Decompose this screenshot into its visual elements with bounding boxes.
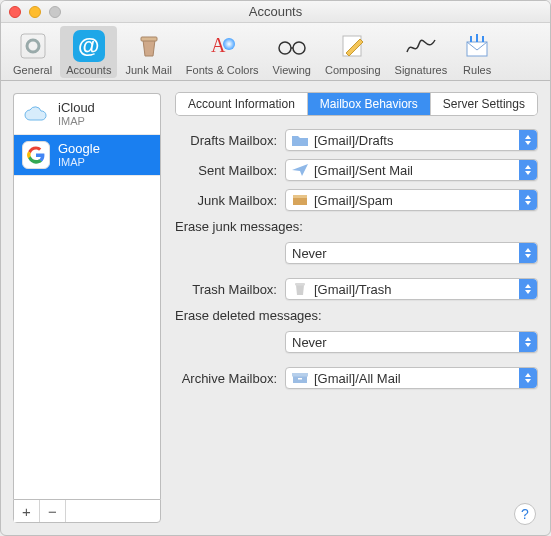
toolbar-label: Viewing	[273, 64, 311, 76]
svg-point-1	[27, 40, 39, 52]
tab-account-information[interactable]: Account Information	[176, 93, 308, 115]
erase-deleted-select[interactable]: Never	[285, 331, 538, 353]
junk-box-icon	[292, 192, 308, 208]
archive-mailbox-select[interactable]: [Gmail]/All Mail	[285, 367, 538, 389]
tab-server-settings[interactable]: Server Settings	[431, 93, 537, 115]
toolbar-item-accounts[interactable]: @ Accounts	[60, 26, 117, 78]
account-name: Google	[58, 142, 100, 156]
svg-point-4	[223, 38, 235, 50]
tab-mailbox-behaviors[interactable]: Mailbox Behaviors	[308, 93, 431, 115]
archive-box-icon	[292, 370, 308, 386]
compose-icon	[337, 30, 369, 62]
select-value: [Gmail]/Trash	[314, 282, 392, 297]
toolbar-item-composing[interactable]: Composing	[319, 26, 387, 78]
drafts-mailbox-label: Drafts Mailbox:	[175, 133, 285, 148]
signature-icon	[405, 30, 437, 62]
select-value: [Gmail]/Spam	[314, 193, 393, 208]
svg-rect-14	[298, 378, 302, 380]
gear-icon	[17, 30, 49, 62]
erase-deleted-label: Erase deleted messages:	[175, 308, 538, 323]
content-area: iCloud IMAP Google IMAP + − Account Info…	[1, 81, 550, 535]
toolbar-label: Signatures	[395, 64, 448, 76]
paper-plane-icon	[292, 162, 308, 178]
stepper-arrows-icon	[519, 332, 537, 352]
svg-rect-9	[293, 197, 307, 205]
stepper-arrows-icon	[519, 243, 537, 263]
svg-point-6	[293, 42, 305, 54]
junk-mailbox-label: Junk Mailbox:	[175, 193, 285, 208]
preferences-toolbar: General @ Accounts Junk Mail A Fonts & C…	[1, 23, 550, 81]
svg-rect-2	[141, 37, 157, 41]
junk-mailbox-select[interactable]: [Gmail]/Spam	[285, 189, 538, 211]
trash-bin-icon	[133, 30, 165, 62]
account-type: IMAP	[58, 156, 100, 168]
archive-mailbox-label: Archive Mailbox:	[175, 371, 285, 386]
main-pane: Account Information Mailbox Behaviors Se…	[175, 93, 538, 523]
google-icon	[22, 141, 50, 169]
stepper-arrows-icon	[519, 279, 537, 299]
account-row-icloud[interactable]: iCloud IMAP	[14, 94, 160, 135]
toolbar-item-viewing[interactable]: Viewing	[267, 26, 317, 78]
account-name: iCloud	[58, 101, 95, 115]
select-value: Never	[292, 335, 327, 350]
select-value: [Gmail]/Sent Mail	[314, 163, 413, 178]
toolbar-label: Junk Mail	[125, 64, 171, 76]
toolbar-item-general[interactable]: General	[7, 26, 58, 78]
toolbar-item-signatures[interactable]: Signatures	[389, 26, 454, 78]
accounts-list[interactable]: iCloud IMAP Google IMAP	[13, 93, 161, 499]
toolbar-label: Composing	[325, 64, 381, 76]
select-value: [Gmail]/All Mail	[314, 371, 401, 386]
toolbar-label: Rules	[463, 64, 491, 76]
sent-mailbox-label: Sent Mailbox:	[175, 163, 285, 178]
accounts-sidebar: iCloud IMAP Google IMAP + −	[13, 93, 161, 523]
trash-icon	[292, 281, 308, 297]
fonts-colors-icon: A	[206, 30, 238, 62]
titlebar: Accounts	[1, 1, 550, 23]
toolbar-label: Fonts & Colors	[186, 64, 259, 76]
trash-mailbox-label: Trash Mailbox:	[175, 282, 285, 297]
trash-mailbox-select[interactable]: [Gmail]/Trash	[285, 278, 538, 300]
svg-rect-13	[292, 373, 308, 377]
stepper-arrows-icon	[519, 190, 537, 210]
stepper-arrows-icon	[519, 160, 537, 180]
drafts-mailbox-select[interactable]: [Gmail]/Drafts	[285, 129, 538, 151]
icloud-icon	[22, 100, 50, 128]
account-tabs: Account Information Mailbox Behaviors Se…	[176, 93, 537, 115]
folder-icon	[292, 132, 308, 148]
erase-junk-label: Erase junk messages:	[175, 219, 538, 234]
help-button[interactable]: ?	[514, 503, 536, 525]
select-value: Never	[292, 246, 327, 261]
account-row-google[interactable]: Google IMAP	[14, 135, 160, 176]
svg-rect-10	[293, 195, 307, 198]
select-value: [Gmail]/Drafts	[314, 133, 393, 148]
accounts-list-footer: + −	[13, 499, 161, 523]
add-account-button[interactable]: +	[14, 500, 40, 522]
svg-rect-0	[21, 34, 45, 58]
window-title: Accounts	[1, 4, 550, 19]
toolbar-item-fonts-colors[interactable]: A Fonts & Colors	[180, 26, 265, 78]
stepper-arrows-icon	[519, 130, 537, 150]
svg-rect-11	[295, 283, 305, 286]
toolbar-item-rules[interactable]: Rules	[455, 26, 499, 78]
remove-account-button[interactable]: −	[40, 500, 66, 522]
glasses-icon	[276, 30, 308, 62]
rules-icon	[461, 30, 493, 62]
at-icon: @	[73, 30, 105, 62]
svg-point-5	[279, 42, 291, 54]
erase-junk-select[interactable]: Never	[285, 242, 538, 264]
account-type: IMAP	[58, 115, 95, 127]
toolbar-item-junk-mail[interactable]: Junk Mail	[119, 26, 177, 78]
toolbar-label: Accounts	[66, 64, 111, 76]
toolbar-label: General	[13, 64, 52, 76]
sent-mailbox-select[interactable]: [Gmail]/Sent Mail	[285, 159, 538, 181]
stepper-arrows-icon	[519, 368, 537, 388]
